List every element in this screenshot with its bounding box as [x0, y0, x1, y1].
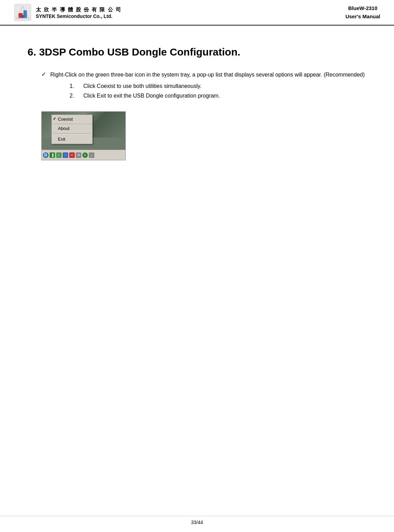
checkmark-icon: ✓: [41, 71, 46, 78]
company-logo: [14, 3, 32, 21]
checkmark-item: ✓ Right-Click on the green three-bar ico…: [41, 70, 366, 101]
screenshot-box: Coexist About Exit B ▐ ✓ 🌐 ✕ ⊞: [41, 111, 126, 160]
checkmark-text-block: Right-Click on the green three-bar icon …: [50, 70, 365, 101]
list-num-2: 2.: [70, 91, 76, 101]
svg-rect-4: [21, 15, 24, 18]
company-info: 太 欣 半 導 體 股 份 有 限 公 司 SYNTEK Semiconduct…: [14, 3, 122, 21]
green-bars-icon: ▐: [50, 152, 55, 158]
manual-title-block: BlueW-2310 User's Manual: [345, 4, 380, 21]
popup-menu-item-about[interactable]: About: [52, 124, 92, 133]
taskbar-strip: B ▐ ✓ 🌐 ✕ ⊞ ● ♪: [42, 150, 125, 160]
company-name-block: 太 欣 半 導 體 股 份 有 限 公 司 SYNTEK Semiconduct…: [36, 6, 122, 19]
popup-menu-item-coexist[interactable]: Coexist: [52, 115, 92, 124]
list-item: 2. Click Exit to exit the USB Dongle con…: [70, 91, 365, 101]
list-text-1: Click Coexist to use both utilities simu…: [83, 81, 201, 91]
list-text-2: Click Exit to exit the USB Dongle config…: [83, 91, 220, 101]
page-header: 太 欣 半 導 體 股 份 有 限 公 司 SYNTEK Semiconduct…: [0, 0, 394, 26]
numbered-list: 1. Click Coexist to use both utilities s…: [70, 81, 365, 101]
section-title: 6. 3DSP Combo USB Dongle Configuration.: [28, 46, 366, 58]
check-tray-icon: ✓: [56, 152, 62, 158]
manual-subtitle: User's Manual: [345, 12, 380, 21]
checkmark-section: ✓ Right-Click on the green three-bar ico…: [28, 70, 366, 101]
list-num-1: 1.: [70, 81, 76, 91]
company-name-zh: 太 欣 半 導 體 股 份 有 限 公 司: [36, 6, 122, 14]
list-item: 1. Click Coexist to use both utilities s…: [70, 81, 365, 91]
main-content: 6. 3DSP Combo USB Dongle Configuration. …: [0, 26, 394, 188]
checkmark-text: Right-Click on the green three-bar icon …: [50, 72, 365, 78]
popup-menu: Coexist About Exit: [51, 114, 93, 144]
screenshot-container: Coexist About Exit B ▐ ✓ 🌐 ✕ ⊞: [41, 111, 366, 160]
page-footer: 33/44: [0, 516, 394, 525]
company-name-en: SYNTEK Semiconductor Co., Ltd.: [36, 13, 122, 19]
popup-menu-item-exit[interactable]: Exit: [52, 135, 92, 144]
red-x-tray-icon: ✕: [69, 152, 75, 158]
screenshot-bg-area: Coexist About Exit: [42, 112, 125, 150]
green-circle-tray-icon: ●: [82, 152, 88, 158]
manual-title: BlueW-2310: [345, 4, 380, 12]
globe-tray-icon: 🌐: [63, 152, 68, 158]
popup-menu-separator: [53, 133, 91, 134]
grid-tray-icon: ⊞: [76, 152, 81, 158]
page-number: 33/44: [191, 520, 203, 525]
bluetooth-tray-icon: B: [43, 152, 49, 158]
speaker-tray-icon: ♪: [89, 152, 94, 158]
